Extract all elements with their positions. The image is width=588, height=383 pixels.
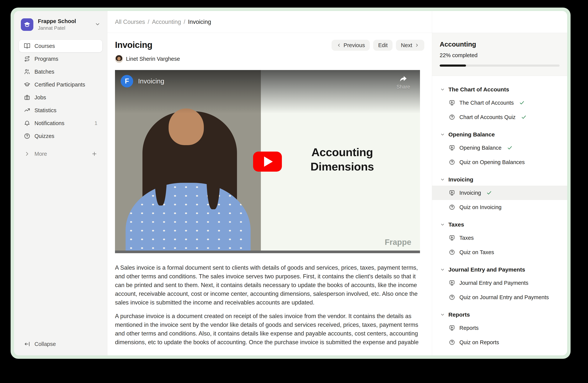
outline-item-quiz-on-invoicing[interactable]: Quiz on Invoicing xyxy=(432,200,567,214)
breadcrumb-separator: / xyxy=(148,19,149,25)
previous-button[interactable]: Previous xyxy=(332,40,370,51)
trending-up-icon xyxy=(24,107,30,114)
sidebar-item-certified-participants[interactable]: Certified Participants xyxy=(19,78,102,91)
slide-title: Accounting Dimensions xyxy=(273,145,411,174)
briefcase-icon xyxy=(24,94,30,101)
outline-item-journal-entry-and-payments[interactable]: Journal Entry and Payments xyxy=(432,276,567,290)
chevron-down-icon xyxy=(440,177,445,182)
workspace-switcher[interactable]: Frappe School Jannat Patel xyxy=(19,18,102,31)
quiz-icon xyxy=(449,339,455,345)
sidebar-nav: Courses Programs Batches xyxy=(19,40,102,160)
outline-item-label: Quiz on Opening Balances xyxy=(459,159,525,165)
channel-avatar[interactable]: F xyxy=(121,75,133,87)
section-journal-entry-and-payments[interactable]: Journal Entry and Payments xyxy=(432,264,567,276)
workspace-name: Frappe School xyxy=(38,18,90,24)
article-paragraph: A purchase invoice is a document created… xyxy=(115,312,420,347)
lesson-content: Invoicing Previous Edit Next xyxy=(107,33,432,355)
outline-item-taxes[interactable]: Taxes xyxy=(432,231,567,245)
app-window: Frappe School Jannat Patel Courses xyxy=(11,8,570,359)
sidebar-item-statistics[interactable]: Statistics xyxy=(19,104,102,116)
main-content: All Courses / Accounting / Invoicing Inv… xyxy=(107,11,432,355)
section-payment-entry[interactable]: Payment Entry xyxy=(432,354,567,355)
outline-item-label: Taxes xyxy=(459,235,474,241)
users-icon xyxy=(24,69,30,75)
outline-item-label: Opening Balance xyxy=(459,145,502,151)
section-taxes[interactable]: Taxes xyxy=(432,219,567,231)
video-title[interactable]: Invoicing xyxy=(138,77,164,85)
plus-icon[interactable] xyxy=(91,151,97,157)
breadcrumb-accounting[interactable]: Accounting xyxy=(152,19,181,25)
quiz-icon xyxy=(449,114,455,120)
sidebar-item-label: Certified Participants xyxy=(35,81,85,88)
outline-item-quiz-on-taxes[interactable]: Quiz on Taxes xyxy=(432,245,567,259)
sidebar-item-programs[interactable]: Programs xyxy=(19,53,102,65)
section-title: Journal Entry and Payments xyxy=(448,267,525,273)
sidebar-item-label: Jobs xyxy=(35,95,46,101)
play-button[interactable] xyxy=(253,152,282,172)
section-title: Reports xyxy=(448,311,470,318)
outline-item-chart-of-accounts-quiz[interactable]: Chart of Accounts Quiz xyxy=(432,110,567,124)
workspace-user: Jannat Patel xyxy=(38,25,90,31)
video-lesson-icon xyxy=(449,145,455,151)
sidebar-item-jobs[interactable]: Jobs xyxy=(19,91,102,104)
outline-item-label: Journal Entry and Payments xyxy=(459,280,528,286)
sidebar-item-label: Statistics xyxy=(35,107,56,114)
presenter-hair-lock xyxy=(207,125,220,209)
sidebar-item-courses[interactable]: Courses xyxy=(19,40,102,52)
chevron-down-icon xyxy=(440,132,445,137)
sidebar-item-label: Courses xyxy=(35,43,55,49)
section-reports[interactable]: Reports xyxy=(432,309,567,321)
share-button[interactable]: Share xyxy=(397,74,410,90)
sidebar-item-quizzes[interactable]: Quizzes xyxy=(19,130,102,142)
outline-item-the-chart-of-accounts[interactable]: The Chart of Accounts xyxy=(432,96,567,110)
next-button[interactable]: Next xyxy=(396,40,424,51)
sidebar-item-label: Batches xyxy=(35,69,54,75)
course-outline-panel: Accounting 22% completed The Chart of Ac… xyxy=(432,11,567,355)
breadcrumb-current: Invoicing xyxy=(188,19,211,25)
video-lesson-icon xyxy=(449,280,455,286)
video-lesson-icon xyxy=(449,190,455,196)
article-paragraph: A Sales invoice is a formal document sen… xyxy=(115,263,420,307)
outline-item-quiz-on-reports[interactable]: Quiz on Reports xyxy=(432,335,567,349)
quiz-icon xyxy=(449,249,455,255)
course-progress-header: Accounting 22% completed xyxy=(432,33,567,76)
completed-check-icon xyxy=(519,100,525,106)
quiz-icon xyxy=(449,294,455,301)
breadcrumb-separator: / xyxy=(184,19,186,25)
outline-item-label: Quiz on Taxes xyxy=(459,249,494,255)
edit-button[interactable]: Edit xyxy=(373,40,393,51)
section-title: Invoicing xyxy=(448,176,473,183)
outline-item-quiz-on-opening-balances[interactable]: Quiz on Opening Balances xyxy=(432,155,567,169)
outline-top-strip xyxy=(432,11,567,33)
collapse-sidebar-button[interactable]: Collapse xyxy=(19,338,102,350)
edit-label: Edit xyxy=(378,42,388,48)
outline-item-label: Quiz on Invoicing xyxy=(459,204,502,211)
section-title: Taxes xyxy=(448,221,464,228)
video-lesson-icon xyxy=(449,235,455,241)
chevron-left-icon xyxy=(336,43,341,48)
route-icon xyxy=(24,56,30,62)
section-opening-balance[interactable]: Opening Balance xyxy=(432,129,567,141)
help-circle-icon xyxy=(24,133,30,139)
chevron-down-icon xyxy=(440,222,445,227)
course-title: Accounting xyxy=(440,40,560,48)
outline-item-opening-balance[interactable]: Opening Balance xyxy=(432,141,567,155)
outline-item-reports[interactable]: Reports xyxy=(432,321,567,335)
frappe-learning-app: Frappe School Jannat Patel Courses xyxy=(14,11,567,355)
chevron-down-icon xyxy=(440,312,445,317)
video-progress-bar[interactable] xyxy=(115,250,420,253)
author-name: Linet Sherin Varghese xyxy=(126,56,180,62)
outline-item-label: Quiz on Journal Entry and Payments xyxy=(459,294,549,301)
outline-item-quiz-on-journal-entry-and-payments[interactable]: Quiz on Journal Entry and Payments xyxy=(432,290,567,305)
author-avatar xyxy=(115,55,123,63)
section-invoicing[interactable]: Invoicing xyxy=(432,173,567,186)
video-player[interactable]: Accounting Dimensions F Invoicing Share … xyxy=(115,70,420,253)
breadcrumb-all-courses[interactable]: All Courses xyxy=(115,19,145,25)
sidebar-item-notifications[interactable]: Notifications 1 xyxy=(19,117,102,129)
section-the-chart-of-accounts[interactable]: The Chart of Accounts xyxy=(432,83,567,96)
sidebar-item-label: Quizzes xyxy=(35,133,54,139)
video-header: F Invoicing xyxy=(121,75,164,87)
sidebar-item-batches[interactable]: Batches xyxy=(19,65,102,78)
outline-item-invoicing[interactable]: Invoicing xyxy=(432,186,567,200)
sidebar-item-more[interactable]: More xyxy=(19,148,102,160)
